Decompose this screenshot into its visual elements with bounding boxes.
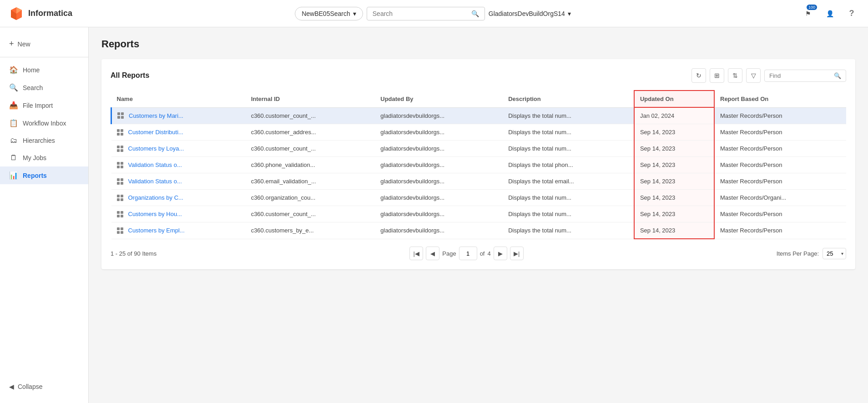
total-pages: 4 bbox=[487, 250, 490, 257]
sidebar: + New 🏠 Home 🔍 Search 📥 File Import 📋 Wo… bbox=[0, 27, 89, 403]
svg-rect-4 bbox=[121, 112, 124, 115]
sidebar-collapse-button[interactable]: ◀ Collapse bbox=[0, 378, 88, 396]
sidebar-divider-1 bbox=[0, 57, 88, 57]
sidebar-item-search[interactable]: 🔍 Search bbox=[0, 79, 88, 96]
env-chevron-icon: ▾ bbox=[568, 10, 571, 17]
svg-rect-30 bbox=[121, 215, 123, 217]
cell-updated-by: gladiatorsdevbuildorgs... bbox=[375, 173, 503, 190]
svg-rect-20 bbox=[121, 178, 123, 181]
sidebar-item-workflow-inbox[interactable]: 📋 Workflow Inbox bbox=[0, 114, 88, 132]
sidebar-item-my-jobs[interactable]: 🗒 My Jobs bbox=[0, 149, 88, 166]
sidebar-reports-label: Reports bbox=[23, 172, 47, 179]
page-title: Reports bbox=[101, 38, 855, 50]
sidebar-file-import-label: File Import bbox=[23, 102, 53, 109]
cell-name: Validation Status o... bbox=[111, 157, 246, 173]
org-selector[interactable]: NewBE05Search ▾ bbox=[295, 7, 363, 20]
report-name-link[interactable]: Validation Status o... bbox=[128, 178, 182, 185]
cell-name: Customers by Empl... bbox=[111, 222, 246, 239]
sidebar-workflow-label: Workflow Inbox bbox=[23, 120, 66, 127]
filter-button[interactable]: ▽ bbox=[746, 68, 761, 83]
items-per-page-label: Items Per Page: bbox=[777, 250, 819, 257]
user-icon: 👤 bbox=[826, 10, 834, 17]
hierarchies-icon: 🗂 bbox=[9, 136, 18, 145]
col-header-description: Description bbox=[503, 91, 634, 107]
sidebar-item-reports[interactable]: 📊 Reports bbox=[0, 166, 88, 184]
svg-rect-28 bbox=[121, 211, 123, 214]
cell-internal-id: c360.customer_addres... bbox=[246, 124, 375, 141]
filter-icon: ▽ bbox=[751, 72, 756, 79]
cell-description: Displays the total num... bbox=[503, 222, 634, 239]
table-row[interactable]: Customers by Mari... c360.customer_count… bbox=[111, 107, 847, 124]
report-name-link[interactable]: Validation Status o... bbox=[128, 161, 182, 168]
refresh-button[interactable]: ↻ bbox=[691, 68, 706, 83]
report-name-link[interactable]: Customers by Hou... bbox=[128, 211, 182, 217]
header-icons: ⚑ 100 👤 ? bbox=[801, 6, 859, 21]
find-input[interactable] bbox=[769, 72, 831, 79]
notifications-button[interactable]: ⚑ 100 bbox=[801, 6, 815, 21]
sidebar-item-home[interactable]: 🏠 Home bbox=[0, 61, 88, 79]
next-page-button[interactable]: ▶ bbox=[494, 247, 507, 260]
svg-rect-34 bbox=[121, 231, 123, 234]
table-row[interactable]: Customers by Loya... c360.customer_count… bbox=[111, 141, 847, 157]
sidebar-my-jobs-label: My Jobs bbox=[23, 154, 46, 161]
items-per-page-select[interactable]: 25 50 100 bbox=[823, 248, 846, 259]
svg-rect-5 bbox=[117, 116, 120, 119]
last-page-button[interactable]: ▶| bbox=[510, 247, 524, 260]
table-row[interactable]: Customer Distributi... c360.customer_add… bbox=[111, 124, 847, 141]
report-name-link[interactable]: Customers by Loya... bbox=[128, 145, 184, 152]
find-search-icon: 🔍 bbox=[834, 72, 841, 79]
notifications-badge: 100 bbox=[807, 5, 817, 10]
user-profile-button[interactable]: 👤 bbox=[823, 6, 837, 21]
grid-icon bbox=[117, 112, 124, 119]
logo-text: Informatica bbox=[28, 9, 72, 18]
svg-rect-29 bbox=[117, 215, 120, 217]
header-search-input[interactable] bbox=[373, 10, 468, 17]
table-row[interactable]: Customers by Empl... c360.customers_by_e… bbox=[111, 222, 847, 239]
cell-updated-by: gladiatorsdevbuildorgs... bbox=[375, 157, 503, 173]
page-number-input[interactable] bbox=[459, 247, 477, 260]
last-page-icon: ▶| bbox=[514, 250, 520, 257]
cell-description: Displays the total num... bbox=[503, 124, 634, 141]
cell-updated-on: Sep 14, 2023 bbox=[634, 141, 714, 157]
cell-updated-by: gladiatorsdevbuildorgs... bbox=[375, 124, 503, 141]
sidebar-new-button[interactable]: + New bbox=[0, 35, 88, 53]
cell-description: Displays the total phon... bbox=[503, 157, 634, 173]
next-page-icon: ▶ bbox=[498, 250, 503, 257]
cell-internal-id: c360.customer_count_... bbox=[246, 206, 375, 222]
cell-internal-id: c360.customer_count_... bbox=[246, 107, 375, 124]
cell-updated-by: gladiatorsdevbuildorgs... bbox=[375, 107, 503, 124]
prev-page-button[interactable]: ◀ bbox=[426, 247, 439, 260]
table-row[interactable]: Validation Status o... c360.email_valida… bbox=[111, 173, 847, 190]
first-page-button[interactable]: |◀ bbox=[409, 247, 423, 260]
report-name-link[interactable]: Organizations by C... bbox=[128, 194, 183, 201]
grid-view-button[interactable]: ⊞ bbox=[710, 68, 724, 83]
help-icon: ? bbox=[849, 9, 854, 18]
svg-rect-8 bbox=[121, 129, 123, 132]
grid-icon bbox=[117, 146, 123, 152]
table-row[interactable]: Validation Status o... c360.phone_valida… bbox=[111, 157, 847, 173]
sidebar-item-hierarchies[interactable]: 🗂 Hierarchies bbox=[0, 132, 88, 149]
prev-page-icon: ◀ bbox=[430, 250, 435, 257]
cell-updated-on: Sep 14, 2023 bbox=[634, 190, 714, 206]
col-header-updated-by: Updated By bbox=[375, 91, 503, 107]
cell-updated-by: gladiatorsdevbuildorgs... bbox=[375, 206, 503, 222]
svg-rect-3 bbox=[117, 112, 120, 115]
svg-rect-25 bbox=[117, 198, 120, 201]
sidebar-item-file-import[interactable]: 📥 File Import bbox=[0, 96, 88, 114]
env-selector[interactable]: GladiatorsDevBuildOrgS14 ▾ bbox=[489, 10, 571, 17]
table-row[interactable]: Organizations by C... c360.organization_… bbox=[111, 190, 847, 206]
report-name-link[interactable]: Customers by Empl... bbox=[128, 227, 185, 234]
report-name-link[interactable]: Customer Distributi... bbox=[128, 129, 183, 136]
cell-updated-on: Sep 14, 2023 bbox=[634, 206, 714, 222]
table-row[interactable]: Customers by Hou... c360.customer_count_… bbox=[111, 206, 847, 222]
sort-button[interactable]: ⇅ bbox=[728, 68, 742, 83]
svg-rect-10 bbox=[121, 133, 123, 136]
cell-updated-on: Sep 14, 2023 bbox=[634, 173, 714, 190]
report-name-link[interactable]: Customers by Mari... bbox=[129, 112, 183, 119]
cell-updated-by: gladiatorsdevbuildorgs... bbox=[375, 222, 503, 239]
help-button[interactable]: ? bbox=[844, 6, 859, 21]
cell-report-based-on: Master Records/Person bbox=[714, 107, 846, 124]
svg-rect-13 bbox=[117, 149, 120, 152]
cell-internal-id: c360.customer_count_... bbox=[246, 141, 375, 157]
page-label: Page bbox=[442, 250, 456, 257]
